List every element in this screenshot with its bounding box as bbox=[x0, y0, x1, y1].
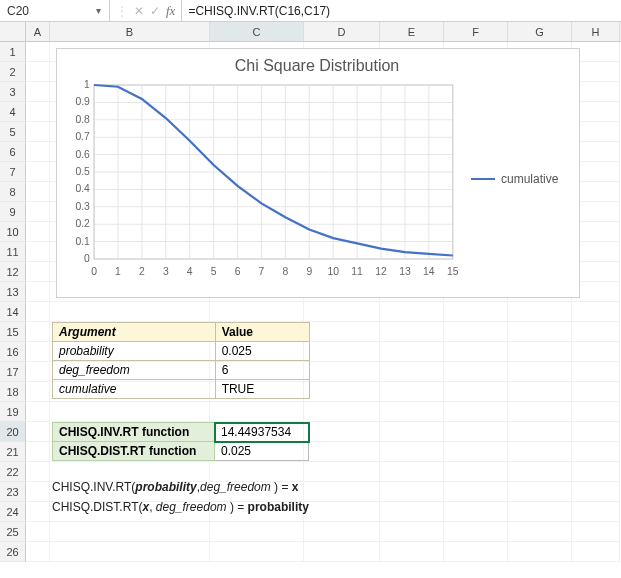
cell-A18[interactable] bbox=[26, 382, 50, 402]
cell-C19[interactable] bbox=[210, 402, 304, 422]
arg-value[interactable]: TRUE bbox=[215, 380, 309, 399]
cell-G26[interactable] bbox=[508, 542, 572, 562]
row-header[interactable]: 12 bbox=[0, 262, 26, 282]
cell-F15[interactable] bbox=[444, 322, 508, 342]
cell-D21[interactable] bbox=[304, 442, 380, 462]
cell-A16[interactable] bbox=[26, 342, 50, 362]
cell-A11[interactable] bbox=[26, 242, 50, 262]
cell-A24[interactable] bbox=[26, 502, 50, 522]
row-header[interactable]: 24 bbox=[0, 502, 26, 522]
col-header-A[interactable]: A bbox=[26, 22, 50, 41]
insert-function-icon[interactable]: fx bbox=[166, 3, 175, 19]
cell-H20[interactable] bbox=[572, 422, 620, 442]
arg-name[interactable]: deg_freedom bbox=[53, 361, 216, 380]
cell-A1[interactable] bbox=[26, 42, 50, 62]
cell-G16[interactable] bbox=[508, 342, 572, 362]
arg-header-argument[interactable]: Argument bbox=[53, 323, 216, 342]
cell-A4[interactable] bbox=[26, 102, 50, 122]
col-header-B[interactable]: B bbox=[50, 22, 210, 41]
cell-B22[interactable] bbox=[50, 462, 210, 482]
cell-E19[interactable] bbox=[380, 402, 444, 422]
cell-A22[interactable] bbox=[26, 462, 50, 482]
cell-G20[interactable] bbox=[508, 422, 572, 442]
row-header[interactable]: 15 bbox=[0, 322, 26, 342]
cell-A9[interactable] bbox=[26, 202, 50, 222]
cell-A19[interactable] bbox=[26, 402, 50, 422]
cell-F22[interactable] bbox=[444, 462, 508, 482]
cell-H22[interactable] bbox=[572, 462, 620, 482]
name-box-dropdown-icon[interactable]: ▾ bbox=[91, 5, 105, 16]
col-header-F[interactable]: F bbox=[444, 22, 508, 41]
row-header[interactable]: 8 bbox=[0, 182, 26, 202]
name-box-wrap[interactable]: C20 ▾ bbox=[0, 0, 110, 21]
cell-A6[interactable] bbox=[26, 142, 50, 162]
row-header[interactable]: 13 bbox=[0, 282, 26, 302]
cell-D22[interactable] bbox=[304, 462, 380, 482]
row-header[interactable]: 9 bbox=[0, 202, 26, 222]
cell-G17[interactable] bbox=[508, 362, 572, 382]
cell-A5[interactable] bbox=[26, 122, 50, 142]
cell-D14[interactable] bbox=[304, 302, 380, 322]
cell-E26[interactable] bbox=[380, 542, 444, 562]
cell-C14[interactable] bbox=[210, 302, 304, 322]
cell-D15[interactable] bbox=[304, 322, 380, 342]
cell-B26[interactable] bbox=[50, 542, 210, 562]
arg-value[interactable]: 0.025 bbox=[215, 342, 309, 361]
cell-A8[interactable] bbox=[26, 182, 50, 202]
row-header[interactable]: 4 bbox=[0, 102, 26, 122]
syntax-line-2[interactable]: CHISQ.DIST.RT(x, deg_freedom ) = probabi… bbox=[52, 500, 492, 514]
row-header[interactable]: 2 bbox=[0, 62, 26, 82]
cell-A21[interactable] bbox=[26, 442, 50, 462]
col-header-D[interactable]: D bbox=[304, 22, 380, 41]
cell-A14[interactable] bbox=[26, 302, 50, 322]
cell-A10[interactable] bbox=[26, 222, 50, 242]
cell-D18[interactable] bbox=[304, 382, 380, 402]
cell-F19[interactable] bbox=[444, 402, 508, 422]
cell-H16[interactable] bbox=[572, 342, 620, 362]
cell-F20[interactable] bbox=[444, 422, 508, 442]
result-value-active[interactable]: 14.44937534 bbox=[215, 423, 309, 442]
cell-B25[interactable] bbox=[50, 522, 210, 542]
row-header[interactable]: 23 bbox=[0, 482, 26, 502]
cell-F17[interactable] bbox=[444, 362, 508, 382]
row-header[interactable]: 17 bbox=[0, 362, 26, 382]
cell-H15[interactable] bbox=[572, 322, 620, 342]
cell-H26[interactable] bbox=[572, 542, 620, 562]
cell-H19[interactable] bbox=[572, 402, 620, 422]
row-header[interactable]: 20 bbox=[0, 422, 26, 442]
cell-A25[interactable] bbox=[26, 522, 50, 542]
cell-D17[interactable] bbox=[304, 362, 380, 382]
cell-C22[interactable] bbox=[210, 462, 304, 482]
syntax-line-1[interactable]: CHISQ.INV.RT(probability,deg_freedom ) =… bbox=[52, 480, 492, 494]
row-header[interactable]: 6 bbox=[0, 142, 26, 162]
cell-F21[interactable] bbox=[444, 442, 508, 462]
cell-E15[interactable] bbox=[380, 322, 444, 342]
cell-A3[interactable] bbox=[26, 82, 50, 102]
row-header[interactable]: 11 bbox=[0, 242, 26, 262]
cell-D25[interactable] bbox=[304, 522, 380, 542]
cell-D20[interactable] bbox=[304, 422, 380, 442]
row-header[interactable]: 14 bbox=[0, 302, 26, 322]
cell-A12[interactable] bbox=[26, 262, 50, 282]
arg-value[interactable]: 6 bbox=[215, 361, 309, 380]
cell-C26[interactable] bbox=[210, 542, 304, 562]
cell-H17[interactable] bbox=[572, 362, 620, 382]
cell-B14[interactable] bbox=[50, 302, 210, 322]
row-header[interactable]: 16 bbox=[0, 342, 26, 362]
result-label[interactable]: CHISQ.INV.RT function bbox=[53, 423, 215, 442]
arg-name[interactable]: probability bbox=[53, 342, 216, 361]
cell-H18[interactable] bbox=[572, 382, 620, 402]
cell-H14[interactable] bbox=[572, 302, 620, 322]
cell-A17[interactable] bbox=[26, 362, 50, 382]
cell-G22[interactable] bbox=[508, 462, 572, 482]
cell-G19[interactable] bbox=[508, 402, 572, 422]
cell-E25[interactable] bbox=[380, 522, 444, 542]
row-header[interactable]: 18 bbox=[0, 382, 26, 402]
row-header[interactable]: 5 bbox=[0, 122, 26, 142]
cell-E21[interactable] bbox=[380, 442, 444, 462]
cell-H24[interactable] bbox=[572, 502, 620, 522]
arg-header-value[interactable]: Value bbox=[215, 323, 309, 342]
formula-input[interactable]: =CHISQ.INV.RT(C16,C17) bbox=[182, 4, 621, 18]
col-header-E[interactable]: E bbox=[380, 22, 444, 41]
cell-F18[interactable] bbox=[444, 382, 508, 402]
